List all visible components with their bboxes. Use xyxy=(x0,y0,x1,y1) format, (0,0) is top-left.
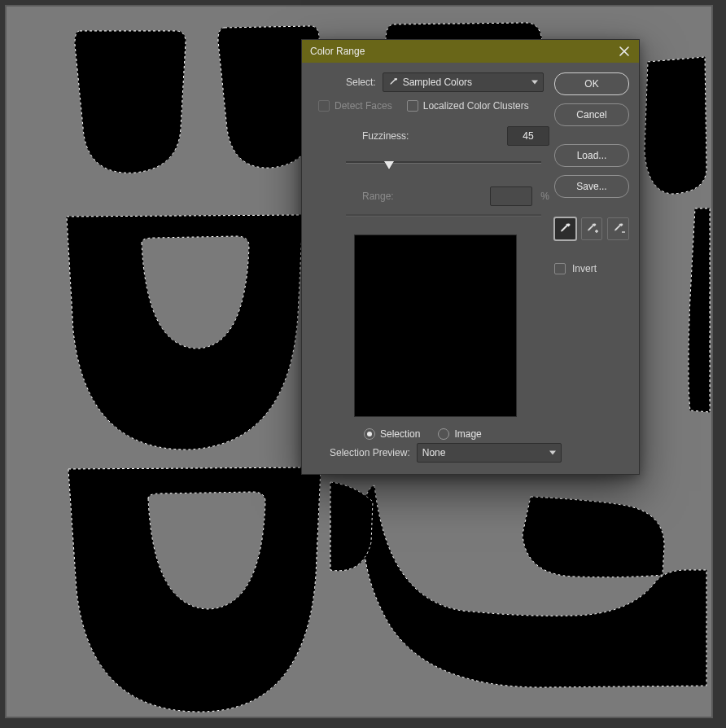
selection-preview-label: Selection Preview: xyxy=(330,447,410,458)
dialog-right-column: OK Cancel Load... Save... xyxy=(554,72,629,274)
eyedropper-icon xyxy=(558,222,571,235)
selection-preview-dropdown[interactable]: None xyxy=(417,443,562,463)
eyedropper-add-tool[interactable] xyxy=(581,217,603,240)
selection-preview-value: None xyxy=(422,447,446,458)
eyedropper-tool[interactable] xyxy=(554,217,576,240)
dialog-titlebar[interactable]: Color Range xyxy=(302,40,639,63)
eyedropper-small-icon xyxy=(388,77,398,87)
preview-mode-selection-label: Selection xyxy=(380,428,420,440)
ok-button[interactable]: OK xyxy=(554,72,629,95)
eyedropper-tools xyxy=(554,217,629,240)
cancel-button[interactable]: Cancel xyxy=(554,103,629,126)
select-dropdown[interactable]: Sampled Colors xyxy=(383,72,544,92)
eyedropper-plus-icon xyxy=(585,222,598,235)
range-input xyxy=(490,186,532,206)
load-button[interactable]: Load... xyxy=(554,144,629,167)
chevron-down-icon xyxy=(549,451,556,455)
slider-track xyxy=(346,161,541,164)
selection-preview-box[interactable] xyxy=(354,235,517,417)
fuzziness-slider[interactable] xyxy=(346,156,541,169)
range-label: Range: xyxy=(362,191,394,202)
chevron-down-icon xyxy=(531,81,538,85)
fuzziness-input[interactable]: 45 xyxy=(507,126,549,146)
close-icon xyxy=(619,46,629,56)
invert-label: Invert xyxy=(572,263,597,274)
preview-mode-selection-radio[interactable]: Selection xyxy=(364,428,420,440)
preview-mode-image-radio[interactable]: Image xyxy=(438,428,481,440)
eyedropper-subtract-tool[interactable] xyxy=(607,217,629,240)
range-slider xyxy=(346,214,541,217)
range-unit: % xyxy=(540,191,549,202)
select-value: Sampled Colors xyxy=(403,77,472,88)
dialog-title: Color Range xyxy=(310,46,616,57)
close-button[interactable] xyxy=(616,43,632,59)
preview-mode-image-label: Image xyxy=(454,428,481,440)
fuzziness-label: Fuzziness: xyxy=(362,130,409,142)
dialog-main-column: Select: Sampled Colors Detect Faces Loca… xyxy=(313,72,549,440)
localized-clusters-label: Localized Color Clusters xyxy=(423,100,529,112)
eyedropper-minus-icon xyxy=(612,222,625,235)
detect-faces-label: Detect Faces xyxy=(335,100,392,112)
save-button[interactable]: Save... xyxy=(554,175,629,198)
invert-checkbox[interactable] xyxy=(554,263,566,274)
color-range-dialog: Color Range OK Cancel Load... Save... xyxy=(301,39,640,475)
localized-clusters-checkbox[interactable] xyxy=(407,100,418,112)
select-label: Select: xyxy=(346,77,376,88)
detect-faces-checkbox xyxy=(318,100,330,112)
slider-thumb[interactable] xyxy=(384,161,394,169)
